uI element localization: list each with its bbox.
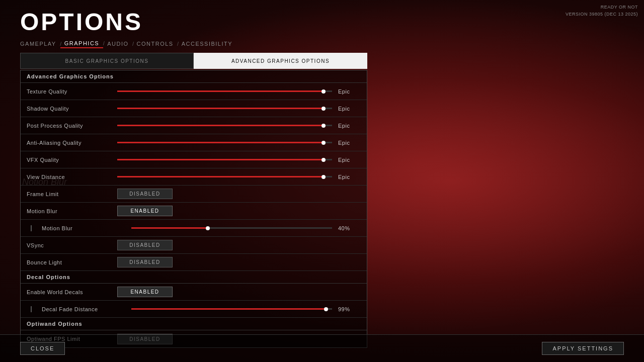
value-post-process-quality: Epic	[338, 123, 361, 129]
close-button[interactable]: CLOSE	[20, 342, 65, 355]
status-text: READY OR NOT	[566, 4, 638, 11]
label-enable-world-decals: Enable World Decals	[27, 289, 117, 295]
tab-bar: BASIC GRAPHICS OPTIONS ADVANCED GRAPHICS…	[20, 53, 367, 69]
nav-tabs: GAMEPLAY GRAPHICS AUDIO CONTROLS ACCESSI…	[20, 39, 236, 48]
options-panel: Advanced Graphics Options Texture Qualit…	[20, 70, 367, 348]
toggle-frame-limit[interactable]: DISABLED	[117, 189, 173, 199]
label-view-distance: View Distance	[27, 174, 117, 180]
label-post-process-quality: Post Process Quality	[27, 123, 117, 129]
label-texture-quality: Texture Quality	[27, 88, 117, 95]
tab-audio[interactable]: AUDIO	[103, 40, 132, 48]
row-enable-world-decals: Enable World Decals ENABLED	[21, 284, 367, 301]
row-decal-fade-distance: Decal Fade Distance 99%	[21, 301, 367, 318]
slider-view-distance[interactable]	[117, 176, 332, 177]
main-content: BASIC GRAPHICS OPTIONS ADVANCED GRAPHICS…	[20, 53, 624, 332]
toggle-enable-world-decals[interactable]: ENABLED	[117, 287, 173, 297]
toggle-vsync[interactable]: DISABLED	[117, 240, 173, 250]
slider-anti-aliasing-quality[interactable]	[117, 142, 332, 143]
slider-post-process-quality[interactable]	[117, 125, 332, 126]
row-view-distance: View Distance Epic	[21, 168, 367, 186]
tab-controls[interactable]: CONTROLS	[133, 40, 178, 48]
slider-shadow-quality[interactable]	[117, 108, 332, 109]
toggle-bounce-light[interactable]: DISABLED	[117, 257, 173, 267]
toggle-motion-blur[interactable]: ENABLED	[117, 206, 173, 216]
version-text: VERSION 39805 (DEC 13 2025)	[566, 11, 638, 18]
row-motion-blur-amount: Motion Blur 40%	[21, 220, 367, 237]
tab-gameplay[interactable]: GAMEPLAY	[20, 40, 60, 48]
label-motion-blur-amount: Motion Blur	[31, 225, 131, 231]
row-vfx-quality: VFX Quality Epic	[21, 151, 367, 168]
value-vfx-quality: Epic	[338, 157, 361, 163]
row-shadow-quality: Shadow Quality Epic	[21, 100, 367, 117]
slider-texture-quality[interactable]	[117, 90, 332, 92]
label-shadow-quality: Shadow Quality	[27, 106, 117, 112]
basic-graphics-tab[interactable]: BASIC GRAPHICS OPTIONS	[20, 53, 194, 69]
row-texture-quality: Texture Quality Epic	[21, 83, 367, 100]
label-vfx-quality: VFX Quality	[27, 157, 117, 163]
row-frame-limit: Frame Limit DISABLED	[21, 186, 367, 203]
slider-motion-blur-amount[interactable]	[131, 227, 332, 229]
version-info: READY OR NOT VERSION 39805 (DEC 13 2025)	[566, 4, 638, 18]
label-bounce-light: Bounce Light	[27, 259, 117, 265]
section-advanced-graphics: Advanced Graphics Options	[21, 70, 367, 83]
value-decal-fade-distance: 99%	[338, 306, 361, 312]
label-motion-blur: Motion Blur	[27, 208, 117, 214]
row-motion-blur: Motion Blur ENABLED	[21, 203, 367, 220]
section-decal-options: Decal Options	[21, 271, 367, 284]
value-shadow-quality: Epic	[338, 106, 361, 112]
tab-accessibility[interactable]: ACCESSIBILITY	[178, 40, 236, 48]
label-frame-limit: Frame Limit	[27, 191, 117, 197]
row-post-process-quality: Post Process Quality Epic	[21, 117, 367, 134]
row-anti-aliasing-quality: Anti-Aliasing Quality Epic	[21, 134, 367, 151]
bottom-bar: CLOSE APPLY SETTINGS	[0, 334, 644, 362]
apply-settings-button[interactable]: APPLY SETTINGS	[542, 342, 624, 355]
label-anti-aliasing-quality: Anti-Aliasing Quality	[27, 140, 117, 146]
page-title: OPTIONS	[20, 10, 143, 34]
slider-decal-fade-distance[interactable]	[131, 308, 332, 310]
value-anti-aliasing-quality: Epic	[338, 140, 361, 146]
slider-vfx-quality[interactable]	[117, 159, 332, 160]
row-bounce-light: Bounce Light DISABLED	[21, 254, 367, 271]
value-motion-blur-amount: 40%	[338, 225, 361, 231]
row-vsync: VSync DISABLED	[21, 237, 367, 254]
value-view-distance: Epic	[338, 174, 361, 180]
label-decal-fade-distance: Decal Fade Distance	[31, 306, 131, 312]
tab-graphics[interactable]: GRAPHICS	[60, 39, 103, 48]
label-vsync: VSync	[27, 242, 117, 248]
advanced-graphics-tab[interactable]: ADVANCED GRAPHICS OPTIONS	[194, 53, 367, 69]
section-optiwand-options: Optiwand Options	[21, 318, 367, 330]
value-texture-quality: Epic	[338, 88, 361, 95]
